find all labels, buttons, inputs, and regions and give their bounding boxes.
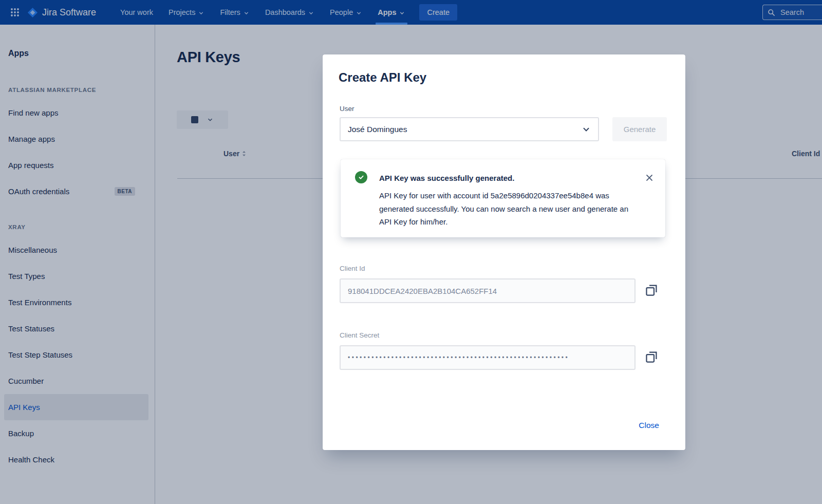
user-field-label: User [340, 105, 354, 113]
client-secret-input[interactable] [340, 345, 636, 370]
copy-client-secret-icon[interactable] [643, 348, 660, 367]
close-button[interactable]: Close [636, 420, 662, 431]
flag-body: API Key for user with account id 5a2e589… [379, 189, 636, 229]
flag-title: API Key was successfully generated. [379, 174, 514, 182]
chevron-down-icon [582, 125, 591, 134]
client-id-input[interactable] [340, 278, 636, 303]
success-flag: API Key was successfully generated. API … [341, 159, 665, 237]
modal-title: Create API Key [339, 70, 426, 85]
flag-close-icon[interactable] [644, 172, 655, 185]
success-check-icon [355, 171, 367, 183]
user-select-value: José Domingues [348, 125, 407, 134]
client-id-label: Client Id [340, 265, 365, 272]
user-select[interactable]: José Domingues [340, 117, 599, 141]
create-api-key-modal: Create API Key User José Domingues Gener… [323, 54, 685, 450]
generate-button[interactable]: Generate [612, 117, 667, 141]
client-secret-label: Client Secret [340, 331, 379, 339]
copy-client-id-icon[interactable] [643, 282, 660, 300]
